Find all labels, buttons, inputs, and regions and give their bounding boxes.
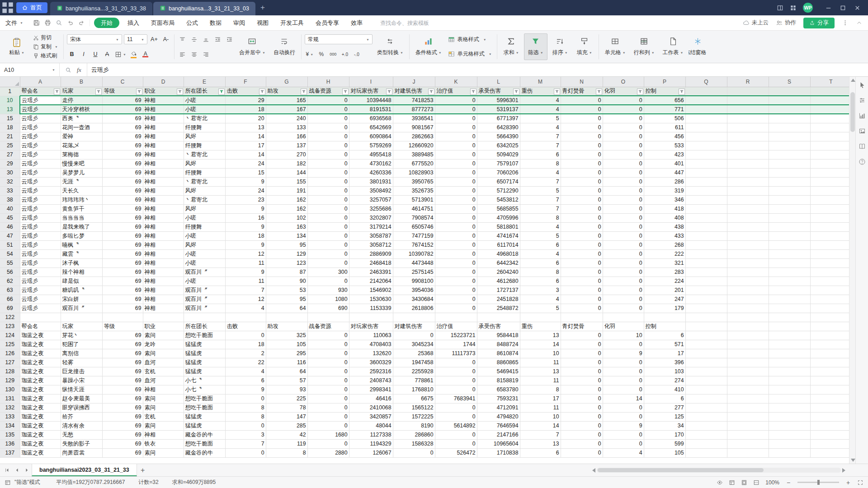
cell[interactable]: 69 bbox=[102, 96, 143, 105]
cell[interactable]: 1744 bbox=[435, 340, 477, 349]
cell[interactable] bbox=[685, 96, 727, 105]
cell[interactable]: 珈蓝之夜 bbox=[20, 367, 61, 376]
cell[interactable]: 神相 bbox=[143, 159, 184, 168]
cell[interactable]: 0 bbox=[561, 448, 603, 457]
type-convert-button[interactable]: 类型转换▼ bbox=[373, 33, 407, 60]
cell[interactable] bbox=[685, 295, 727, 304]
cell[interactable]: 0 bbox=[435, 286, 477, 295]
cell[interactable]: 0 bbox=[603, 286, 644, 295]
column-header[interactable]: G bbox=[266, 77, 307, 87]
cell[interactable]: 1710838 bbox=[477, 448, 520, 457]
cell[interactable] bbox=[520, 313, 561, 322]
cell[interactable]: 0 bbox=[435, 385, 477, 394]
cell[interactable]: 69 bbox=[102, 195, 143, 204]
cell[interactable] bbox=[349, 313, 393, 322]
cell[interactable]: 418 bbox=[644, 204, 685, 213]
cell[interactable]: 0 bbox=[603, 340, 644, 349]
column-header[interactable]: H bbox=[307, 77, 349, 87]
cell[interactable]: 18 bbox=[225, 231, 266, 240]
cell[interactable]: 4955418 bbox=[349, 150, 393, 159]
cell[interactable]: 69 bbox=[102, 430, 143, 439]
row-header[interactable]: 15 bbox=[0, 114, 20, 123]
cell[interactable]: 9 bbox=[225, 222, 266, 231]
cell[interactable]: 神相 bbox=[143, 123, 184, 132]
cell[interactable] bbox=[727, 358, 769, 367]
eye-protection-icon[interactable] bbox=[717, 479, 723, 486]
cell[interactable]: 8610874 bbox=[477, 349, 520, 358]
cell[interactable] bbox=[685, 385, 727, 394]
cell[interactable]: 猛猛虎 bbox=[184, 349, 225, 358]
menu-tab-member[interactable]: 会员专享 bbox=[310, 15, 345, 31]
cell[interactable] bbox=[727, 159, 769, 168]
cell[interactable]: 5664390 bbox=[477, 132, 520, 141]
fullscreen-icon[interactable] bbox=[857, 479, 863, 486]
cell[interactable] bbox=[685, 439, 727, 448]
collaborate-button[interactable]: 协作 bbox=[776, 19, 796, 27]
next-sheet-icon[interactable] bbox=[22, 465, 32, 475]
cell[interactable]: 277 bbox=[644, 403, 685, 412]
cell[interactable] bbox=[685, 340, 727, 349]
cell[interactable]: 3058787 bbox=[349, 231, 393, 240]
cell[interactable]: 0 bbox=[561, 222, 603, 231]
cell[interactable]: 丶君寄北 bbox=[184, 114, 225, 123]
cell[interactable] bbox=[727, 204, 769, 213]
cell[interactable] bbox=[685, 249, 727, 258]
cell[interactable]: 纤腰舞 bbox=[184, 168, 225, 177]
cell[interactable] bbox=[644, 313, 685, 322]
cell[interactable]: 13 bbox=[225, 123, 266, 132]
cell[interactable]: 芽花丶 bbox=[61, 331, 102, 340]
cell[interactable]: 16 bbox=[225, 213, 266, 222]
cell[interactable]: 风烬 bbox=[184, 240, 225, 249]
row-header[interactable]: 122 bbox=[0, 313, 20, 322]
cell[interactable]: 7 bbox=[225, 286, 266, 295]
cell[interactable]: 0 bbox=[435, 195, 477, 204]
decrease-decimal-button[interactable]: -.0 bbox=[352, 49, 362, 59]
align-top-button[interactable] bbox=[178, 34, 188, 44]
cell[interactable] bbox=[727, 367, 769, 376]
cell[interactable]: 0 bbox=[561, 150, 603, 159]
cell[interactable]: 224 bbox=[644, 277, 685, 286]
cell[interactable]: 433 bbox=[644, 231, 685, 240]
cell[interactable] bbox=[685, 213, 727, 222]
cell[interactable]: 助攻 bbox=[266, 87, 307, 96]
row-header[interactable]: 131 bbox=[0, 394, 20, 403]
cell[interactable]: 青灯焚骨 bbox=[561, 87, 603, 96]
cell[interactable]: 3179214 bbox=[349, 222, 393, 231]
column-header[interactable]: M bbox=[520, 77, 561, 87]
cell[interactable]: 0 bbox=[307, 168, 349, 177]
cell[interactable]: 17 bbox=[644, 349, 685, 358]
cell[interactable] bbox=[685, 114, 727, 123]
cell[interactable]: 纤腰舞 bbox=[184, 222, 225, 231]
print-preview-icon[interactable] bbox=[56, 19, 62, 26]
row-header[interactable]: 130 bbox=[0, 385, 20, 394]
cell[interactable] bbox=[810, 96, 849, 105]
cell[interactable]: 129 bbox=[266, 249, 307, 258]
cell[interactable]: 0 bbox=[307, 258, 349, 267]
row-header[interactable]: 126 bbox=[0, 349, 20, 358]
cell[interactable]: 0 bbox=[603, 277, 644, 286]
cell[interactable]: 321 bbox=[644, 258, 685, 267]
cell[interactable]: 0 bbox=[561, 340, 603, 349]
cell[interactable]: 182 bbox=[266, 159, 307, 168]
cell[interactable] bbox=[727, 286, 769, 295]
cell[interactable]: 0 bbox=[435, 231, 477, 240]
cell[interactable] bbox=[769, 331, 810, 340]
cell[interactable]: 201 bbox=[644, 286, 685, 295]
cell[interactable] bbox=[727, 277, 769, 286]
cell[interactable] bbox=[769, 177, 810, 186]
cell[interactable]: 1680 bbox=[307, 430, 349, 439]
cell[interactable]: 0 bbox=[307, 150, 349, 159]
cell[interactable]: 9 bbox=[225, 204, 266, 213]
cell[interactable]: 0 bbox=[603, 114, 644, 123]
cell[interactable]: 4712091 bbox=[477, 403, 520, 412]
cell[interactable]: 观百川〞 bbox=[61, 304, 102, 313]
reference-icon[interactable] bbox=[859, 143, 866, 150]
cell[interactable] bbox=[685, 376, 727, 385]
scroll-left-icon[interactable] bbox=[592, 468, 595, 473]
cell[interactable]: 319 bbox=[644, 186, 685, 195]
cell[interactable] bbox=[810, 430, 849, 439]
cell[interactable]: 69 bbox=[102, 349, 143, 358]
cell[interactable]: 410 bbox=[644, 385, 685, 394]
row-header[interactable]: 62 bbox=[0, 277, 20, 286]
cell[interactable] bbox=[769, 240, 810, 249]
